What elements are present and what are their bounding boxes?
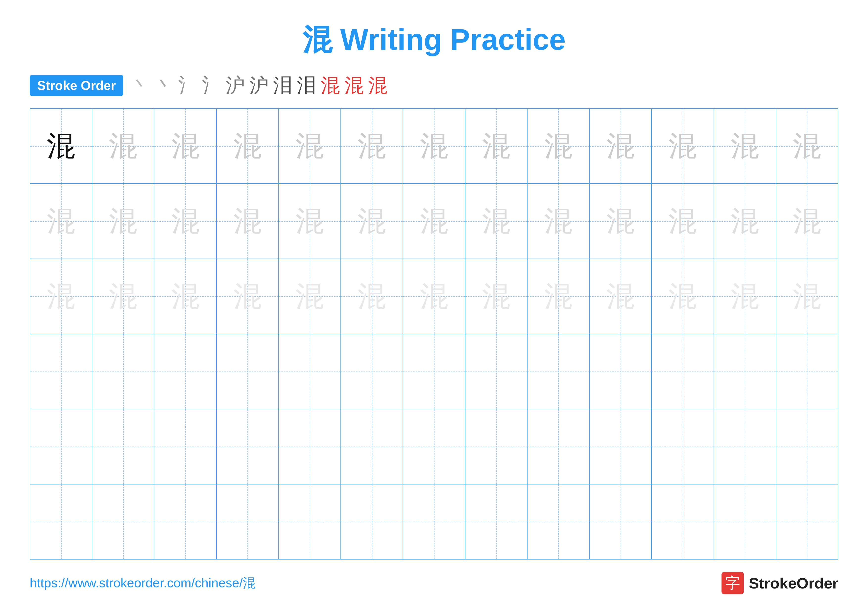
grid-cell-6-9[interactable] <box>527 485 590 559</box>
stroke-4: 氵 <box>202 76 221 95</box>
stroke-sequence: 丶 丶 氵 氵 沪 沪 泪 泪 混 混 混 <box>131 76 388 95</box>
grid-cell-6-3[interactable] <box>154 485 217 559</box>
grid-cell-3-2: 混 <box>92 259 154 334</box>
grid-cell-1-2: 混 <box>92 109 154 183</box>
grid-cell-3-8: 混 <box>465 259 527 334</box>
grid-cell-2-6: 混 <box>341 184 403 258</box>
grid-row-6[interactable] <box>30 485 838 559</box>
stroke-8: 泪 <box>297 76 316 95</box>
stroke-order-badge: Stroke Order <box>30 75 123 96</box>
grid-cell-3-5: 混 <box>279 259 341 334</box>
grid-cell-2-8: 混 <box>465 184 527 258</box>
grid-cell-2-5: 混 <box>279 184 341 258</box>
grid-cell-1-1: 混 <box>30 109 92 183</box>
grid-cell-6-8[interactable] <box>465 485 527 559</box>
grid-cell-4-11[interactable] <box>652 334 714 409</box>
grid-cell-3-7: 混 <box>403 259 465 334</box>
grid-cell-5-5[interactable] <box>279 409 341 484</box>
grid-cell-4-12[interactable] <box>714 334 776 409</box>
grid-cell-1-9: 混 <box>527 109 590 183</box>
grid-cell-4-9[interactable] <box>527 334 590 409</box>
stroke-6: 沪 <box>250 76 269 95</box>
grid-cell-1-4: 混 <box>217 109 279 183</box>
grid-cell-3-4: 混 <box>217 259 279 334</box>
grid-cell-2-11: 混 <box>652 184 714 258</box>
grid-cell-4-4[interactable] <box>217 334 279 409</box>
grid-cell-4-5[interactable] <box>279 334 341 409</box>
char-template: 混 <box>109 132 137 160</box>
grid-cell-4-10[interactable] <box>590 334 652 409</box>
footer-logo: 字 StrokeOrder <box>722 572 838 594</box>
grid-cell-6-1[interactable] <box>30 485 92 559</box>
grid-cell-5-13[interactable] <box>776 409 838 484</box>
grid-cell-4-7[interactable] <box>403 334 465 409</box>
grid-cell-3-10: 混 <box>590 259 652 334</box>
grid-cell-3-13: 混 <box>776 259 838 334</box>
grid-cell-4-8[interactable] <box>465 334 527 409</box>
grid-cell-2-12: 混 <box>714 184 776 258</box>
grid-cell-5-2[interactable] <box>92 409 154 484</box>
grid-cell-1-8: 混 <box>465 109 527 183</box>
grid-cell-6-4[interactable] <box>217 485 279 559</box>
grid-row-5[interactable] <box>30 409 838 484</box>
grid-cell-1-13: 混 <box>776 109 838 183</box>
page-title: 混 Writing Practice <box>302 20 566 60</box>
stroke-10: 混 <box>344 76 364 95</box>
grid-cell-6-13[interactable] <box>776 485 838 559</box>
grid-cell-6-7[interactable] <box>403 485 465 559</box>
logo-text: StrokeOrder <box>749 574 838 592</box>
logo-icon: 字 <box>722 572 744 594</box>
grid-cell-2-2: 混 <box>92 184 154 258</box>
grid-cell-3-3: 混 <box>154 259 217 334</box>
grid-cell-3-1: 混 <box>30 259 92 334</box>
grid-cell-2-3: 混 <box>154 184 217 258</box>
grid-cell-5-8[interactable] <box>465 409 527 484</box>
stroke-11: 混 <box>368 76 388 95</box>
grid-cell-5-12[interactable] <box>714 409 776 484</box>
footer-url[interactable]: https://www.strokeorder.com/chinese/混 <box>30 574 256 592</box>
stroke-3: 氵 <box>178 76 197 95</box>
grid-cell-4-1[interactable] <box>30 334 92 409</box>
grid-cell-5-1[interactable] <box>30 409 92 484</box>
grid-cell-1-11: 混 <box>652 109 714 183</box>
grid-cell-4-3[interactable] <box>154 334 217 409</box>
grid-cell-6-6[interactable] <box>341 485 403 559</box>
grid-cell-1-3: 混 <box>154 109 217 183</box>
grid-row-1: 混 混 混 混 混 混 混 混 混 混 混 混 混 <box>30 109 838 184</box>
grid-cell-4-13[interactable] <box>776 334 838 409</box>
grid-row-3: 混 混 混 混 混 混 混 混 混 混 混 混 混 <box>30 259 838 334</box>
grid-cell-2-9: 混 <box>527 184 590 258</box>
grid-cell-1-7: 混 <box>403 109 465 183</box>
grid-row-4[interactable] <box>30 334 838 409</box>
grid-cell-2-1: 混 <box>30 184 92 258</box>
stroke-2: 丶 <box>154 76 174 95</box>
grid-cell-5-6[interactable] <box>341 409 403 484</box>
grid-cell-2-7: 混 <box>403 184 465 258</box>
grid-cell-6-11[interactable] <box>652 485 714 559</box>
grid-cell-6-5[interactable] <box>279 485 341 559</box>
grid-cell-3-11: 混 <box>652 259 714 334</box>
stroke-9: 混 <box>321 76 340 95</box>
grid-cell-3-12: 混 <box>714 259 776 334</box>
grid-cell-5-11[interactable] <box>652 409 714 484</box>
grid-cell-5-7[interactable] <box>403 409 465 484</box>
page: 混 Writing Practice Stroke Order 丶 丶 氵 氵 … <box>0 0 868 614</box>
grid-cell-6-12[interactable] <box>714 485 776 559</box>
grid-cell-5-9[interactable] <box>527 409 590 484</box>
grid-cell-5-3[interactable] <box>154 409 217 484</box>
practice-grid: 混 混 混 混 混 混 混 混 混 混 混 混 混 混 混 混 混 混 混 混 … <box>30 108 838 560</box>
grid-cell-2-4: 混 <box>217 184 279 258</box>
grid-cell-6-2[interactable] <box>92 485 154 559</box>
grid-cell-3-6: 混 <box>341 259 403 334</box>
grid-cell-5-10[interactable] <box>590 409 652 484</box>
grid-cell-6-10[interactable] <box>590 485 652 559</box>
stroke-7: 泪 <box>273 76 293 95</box>
stroke-5: 沪 <box>226 76 245 95</box>
char-solid: 混 <box>47 132 75 160</box>
grid-cell-5-4[interactable] <box>217 409 279 484</box>
grid-cell-2-13: 混 <box>776 184 838 258</box>
grid-cell-4-2[interactable] <box>92 334 154 409</box>
grid-cell-1-5: 混 <box>279 109 341 183</box>
grid-cell-2-10: 混 <box>590 184 652 258</box>
grid-cell-4-6[interactable] <box>341 334 403 409</box>
